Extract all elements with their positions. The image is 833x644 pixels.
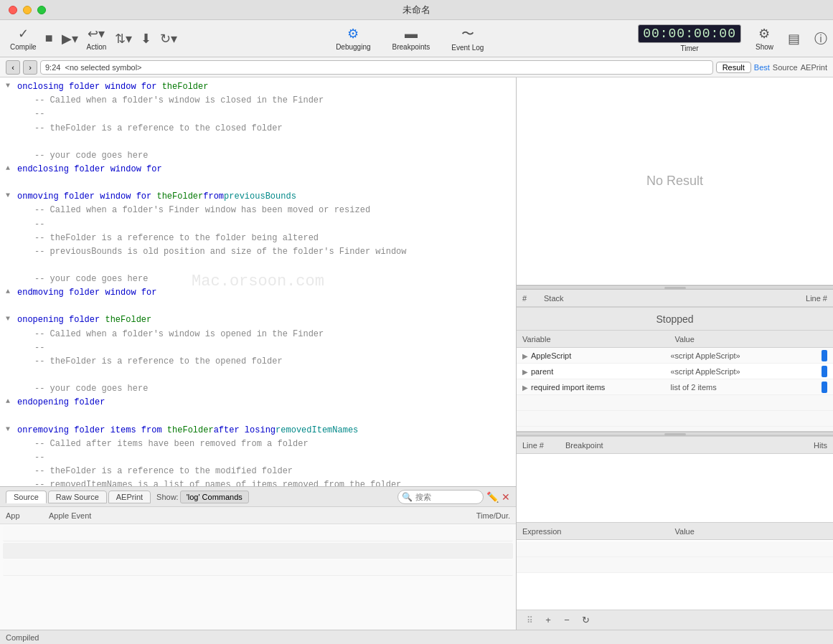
info-icon: ⓘ (814, 30, 827, 47)
result-content: No Result (517, 77, 833, 285)
fold-arrow[interactable]: ▼ (6, 190, 17, 202)
result-area: No Result (517, 77, 833, 285)
bp-col-breakpoint: Breakpoint (565, 441, 791, 450)
step-button[interactable]: ⬇ (141, 31, 151, 47)
bp-col-hits: Hits (791, 441, 827, 450)
table-row: -- your code goes here (0, 149, 516, 163)
aeprint-tab[interactable]: AEPrint (801, 63, 827, 72)
symbol-input[interactable] (40, 60, 713, 75)
table-row: -- theFolder is a reference to the close… (0, 122, 516, 136)
drag-handle-icon: ⠿ (522, 613, 537, 628)
breakpoints-button[interactable]: ▬ Breakpoints (392, 27, 430, 51)
fold-arrow[interactable]: ▲ (6, 286, 17, 298)
fold-arrow[interactable]: ▼ (6, 313, 17, 325)
table-row (0, 369, 516, 382)
stack-table: # Stack Line # (517, 290, 833, 308)
debugging-button[interactable]: ⚙ Debugging (336, 26, 370, 51)
fold-arrow[interactable]: ▼ (6, 424, 17, 435)
title-bar: 未命名 (0, 0, 833, 20)
table-row: -- (0, 108, 516, 121)
log-tab-aeprint[interactable]: AEPrint (108, 491, 151, 503)
table-row: -- theFolder is a reference to the opene… (0, 355, 516, 369)
code-text: from (203, 190, 224, 204)
table-row: ▼on moving folder window for theFolder f… (0, 190, 516, 204)
table-row: ▼on closing folder window for theFolder (0, 80, 516, 94)
breakpoints-header: Line # Breakpoint Hits (517, 437, 833, 454)
source-tab[interactable]: Source (773, 63, 798, 72)
refresh-button[interactable]: ↻▾ (160, 31, 177, 47)
table-row: -- previousBounds is old position and si… (0, 245, 516, 259)
table-row: -- your code goes here (0, 382, 516, 396)
code-editor[interactable]: Mac.orsoon.com ▼on closing folder window… (0, 77, 516, 486)
code-comment: -- theFolder is a reference to the modif… (34, 465, 293, 478)
log-table-header: App Apple Event Time/Dur. (0, 507, 516, 524)
fold-arrow[interactable]: ▼ (6, 80, 17, 92)
nav-back-button[interactable]: ‹ (6, 60, 20, 75)
editor-panel: Mac.orsoon.com ▼on closing folder window… (0, 77, 517, 630)
eventlog-button[interactable]: 〜 Event Log (451, 25, 484, 52)
table-row: ▲end opening folder (0, 396, 516, 409)
table-row: -- Called after items have been removed … (0, 437, 516, 451)
compile-button[interactable]: ✓ Compile (10, 26, 37, 51)
add-expression-button[interactable]: + (541, 613, 555, 628)
code-keyword: removing folder items from (27, 424, 161, 437)
code-keyword: moving folder window for (33, 286, 157, 300)
stack-col-line: Line # (784, 294, 827, 303)
window-title: 未命名 (403, 4, 430, 16)
nav-forward-button[interactable]: › (23, 60, 37, 75)
code-comment: -- Called when a folder's Finder window … (34, 204, 370, 217)
nav-icon: ⇅▾ (115, 31, 132, 47)
table-row: -- your code goes here (0, 273, 516, 286)
var-value: «script AppleScript» (671, 351, 819, 360)
run-button[interactable]: ▶▾ (62, 31, 78, 47)
expand-icon[interactable]: ▶ (522, 384, 528, 392)
refresh-expressions-button[interactable]: ↻ (578, 613, 593, 628)
code-text (100, 313, 105, 327)
log-tab-source[interactable]: Source (6, 491, 47, 503)
list-item (3, 543, 513, 559)
table-row[interactable]: ▶AppleScript «script AppleScript» (517, 348, 833, 364)
remove-expression-button[interactable]: − (560, 613, 574, 628)
log-clear-icon[interactable]: ✕ (502, 491, 510, 503)
expand-icon[interactable]: ▶ (522, 352, 528, 360)
stop-button[interactable]: ■ (45, 31, 53, 46)
table-row[interactable]: ▶parent «script AppleScript» (517, 364, 833, 379)
action-button[interactable]: ↩▾ Action (87, 26, 107, 51)
fold-arrow[interactable]: ▲ (6, 163, 17, 174)
show-value[interactable]: 'log' Commands (180, 491, 249, 503)
fold-arrow[interactable]: ▲ (6, 396, 17, 407)
right-panel: No Result # Stack Line # Stopped Variabl… (517, 77, 833, 630)
table-row: -- (0, 451, 516, 465)
info-button[interactable]: ⓘ (814, 30, 827, 47)
debugging-icon: ⚙ (347, 26, 359, 42)
table-row: ▲end moving folder window for (0, 286, 516, 300)
stack-col-num: # (522, 294, 544, 303)
code-comment: -- (34, 108, 44, 121)
var-col-value: Value (675, 335, 828, 344)
code-comment: -- previousBounds is old position and si… (34, 245, 406, 259)
expand-icon[interactable]: ▶ (522, 368, 528, 376)
code-keyword: closing folder window for (27, 80, 156, 94)
nav-button[interactable]: ⇅▾ (115, 31, 132, 47)
toolbar-right: 00:00:00:00 Timer ⚙ Show ▤ ⓘ (638, 24, 827, 52)
expr-col-value: Value (675, 527, 828, 536)
code-param: theFolder (167, 424, 214, 437)
code-comment: -- theFolder is a reference to the close… (34, 122, 283, 136)
log-tab-raw[interactable]: Raw Source (48, 491, 107, 503)
bp-col-line: Line # (522, 441, 565, 450)
best-tab[interactable]: Best (754, 63, 770, 72)
result-button[interactable]: Result (716, 62, 751, 73)
code-keyword: end (17, 396, 33, 409)
show-button[interactable]: ⚙ Show (756, 26, 773, 51)
table-row (0, 176, 516, 190)
close-button[interactable] (9, 6, 17, 14)
log-edit-icon[interactable]: ✏️ (486, 491, 499, 503)
code-comment: -- theFolder is a reference to the folde… (34, 232, 319, 245)
stopped-banner: Stopped (517, 308, 833, 331)
maximize-button[interactable] (37, 6, 46, 14)
layers-button[interactable]: ▤ (788, 31, 800, 47)
code-comment: -- (34, 451, 44, 465)
table-row[interactable]: ▶required import items list of 2 items (517, 379, 833, 395)
minimize-button[interactable] (23, 6, 32, 14)
status-bar: Compiled (0, 630, 833, 644)
